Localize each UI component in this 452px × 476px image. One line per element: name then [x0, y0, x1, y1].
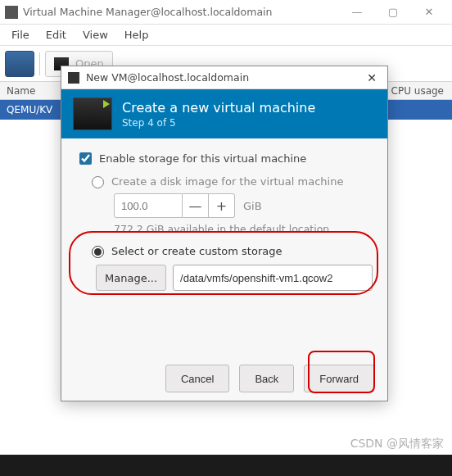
- enable-storage-checkbox[interactable]: [79, 152, 92, 165]
- menubar: File Edit View Help: [0, 25, 452, 46]
- watermark: CSDN @风情客家: [350, 437, 444, 451]
- back-button[interactable]: Back: [239, 365, 294, 392]
- maximize-button[interactable]: ▢: [375, 1, 411, 24]
- dialog-icon: [68, 72, 79, 84]
- dialog-heading: Create a new virtual machine: [122, 100, 315, 116]
- dialog-close-button[interactable]: ✕: [363, 71, 381, 84]
- main-titlebar: Virtual Machine Manager@localhost.locald…: [0, 0, 452, 25]
- forward-button[interactable]: Forward: [304, 365, 374, 392]
- close-button[interactable]: ✕: [411, 1, 447, 24]
- dialog-header: Create a new virtual machine Step 4 of 5: [61, 89, 387, 138]
- vm-header-icon: [73, 97, 112, 130]
- new-vm-dialog: New VM@localhost.localdomain ✕ Create a …: [61, 66, 388, 401]
- dialog-footer: Cancel Back Forward: [61, 356, 387, 401]
- enable-storage-label: Enable storage for this virtual machine: [99, 152, 306, 165]
- custom-storage-row[interactable]: Select or create custom storage: [88, 243, 373, 258]
- create-disk-label: Create a disk image for the virtual mach…: [111, 175, 343, 188]
- available-text: 772.2 GiB available in the default locat…: [114, 223, 373, 235]
- app-icon: [5, 6, 18, 19]
- menu-view[interactable]: View: [75, 26, 116, 43]
- dialog-body: Enable storage for this virtual machine …: [61, 138, 387, 356]
- dialog-titlebar: New VM@localhost.localdomain ✕: [61, 66, 387, 89]
- custom-storage-label: Select or create custom storage: [111, 245, 282, 257]
- main-title: Virtual Machine Manager@localhost.locald…: [23, 6, 339, 18]
- size-unit: GiB: [243, 200, 262, 212]
- new-vm-icon[interactable]: [5, 51, 34, 77]
- enable-storage-row[interactable]: Enable storage for this virtual machine: [76, 150, 373, 167]
- vm-row-label: QEMU/KV: [7, 104, 52, 116]
- manage-button[interactable]: Manage...: [96, 265, 166, 291]
- size-decrement[interactable]: —: [183, 193, 209, 218]
- menu-help[interactable]: Help: [116, 26, 157, 43]
- dialog-title: New VM@localhost.localdomain: [86, 71, 363, 84]
- disk-size-row: — + GiB: [114, 193, 373, 218]
- create-disk-row[interactable]: Create a disk image for the virtual mach…: [88, 174, 373, 188]
- size-increment[interactable]: +: [209, 193, 235, 218]
- custom-storage-radio[interactable]: [92, 246, 104, 258]
- cancel-button[interactable]: Cancel: [165, 365, 229, 392]
- minimize-button[interactable]: —: [339, 1, 375, 24]
- create-disk-radio[interactable]: [92, 176, 104, 188]
- footer-bar: [0, 455, 452, 476]
- disk-size-input[interactable]: [114, 193, 183, 218]
- storage-path-row: Manage...: [96, 265, 373, 291]
- dialog-step: Step 4 of 5: [122, 117, 315, 129]
- menu-file[interactable]: File: [3, 26, 38, 43]
- col-cpu[interactable]: CPU usage: [378, 85, 452, 97]
- storage-path-input[interactable]: [173, 265, 373, 291]
- menu-edit[interactable]: Edit: [38, 26, 75, 43]
